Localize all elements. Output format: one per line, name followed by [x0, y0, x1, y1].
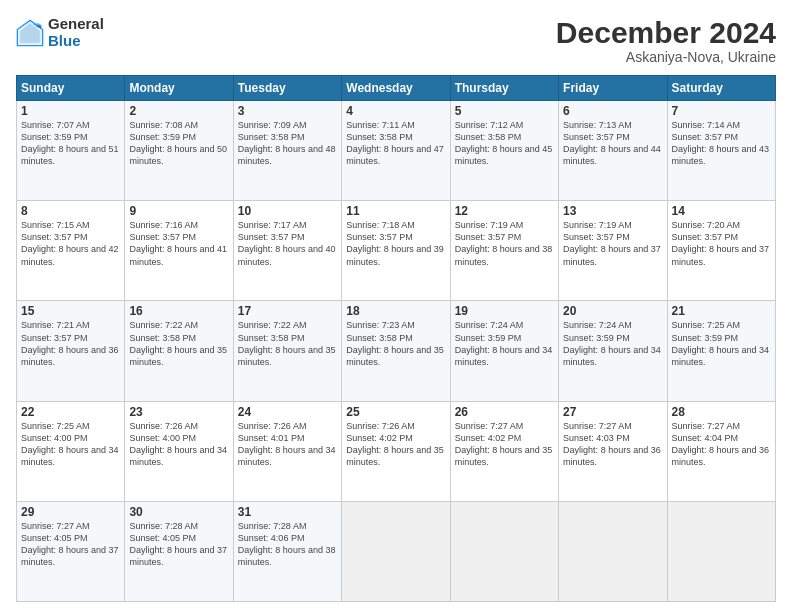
- day-number: 18: [346, 304, 445, 318]
- day-number: 16: [129, 304, 228, 318]
- day-number: 10: [238, 204, 337, 218]
- day-number: 19: [455, 304, 554, 318]
- day-cell: 21Sunrise: 7:25 AMSunset: 3:59 PMDayligh…: [667, 301, 775, 401]
- day-cell: 7Sunrise: 7:14 AMSunset: 3:57 PMDaylight…: [667, 101, 775, 201]
- day-cell: [450, 501, 558, 601]
- day-number: 8: [21, 204, 120, 218]
- day-number: 13: [563, 204, 662, 218]
- day-info: Sunrise: 7:21 AMSunset: 3:57 PMDaylight:…: [21, 320, 119, 366]
- day-cell: 11Sunrise: 7:18 AMSunset: 3:57 PMDayligh…: [342, 201, 450, 301]
- day-number: 14: [672, 204, 771, 218]
- day-cell: 22Sunrise: 7:25 AMSunset: 4:00 PMDayligh…: [17, 401, 125, 501]
- day-cell: 28Sunrise: 7:27 AMSunset: 4:04 PMDayligh…: [667, 401, 775, 501]
- day-number: 22: [21, 405, 120, 419]
- weekday-header-monday: Monday: [125, 76, 233, 101]
- subtitle: Askaniya-Nova, Ukraine: [556, 49, 776, 65]
- day-info: Sunrise: 7:24 AMSunset: 3:59 PMDaylight:…: [455, 320, 553, 366]
- day-info: Sunrise: 7:26 AMSunset: 4:02 PMDaylight:…: [346, 421, 444, 467]
- day-number: 12: [455, 204, 554, 218]
- day-number: 3: [238, 104, 337, 118]
- day-cell: 30Sunrise: 7:28 AMSunset: 4:05 PMDayligh…: [125, 501, 233, 601]
- weekday-header-wednesday: Wednesday: [342, 76, 450, 101]
- day-info: Sunrise: 7:08 AMSunset: 3:59 PMDaylight:…: [129, 120, 227, 166]
- day-info: Sunrise: 7:17 AMSunset: 3:57 PMDaylight:…: [238, 220, 336, 266]
- day-number: 6: [563, 104, 662, 118]
- title-block: December 2024 Askaniya-Nova, Ukraine: [556, 16, 776, 65]
- day-number: 7: [672, 104, 771, 118]
- day-info: Sunrise: 7:25 AMSunset: 3:59 PMDaylight:…: [672, 320, 770, 366]
- day-info: Sunrise: 7:26 AMSunset: 4:00 PMDaylight:…: [129, 421, 227, 467]
- day-info: Sunrise: 7:27 AMSunset: 4:02 PMDaylight:…: [455, 421, 553, 467]
- day-number: 15: [21, 304, 120, 318]
- day-cell: 8Sunrise: 7:15 AMSunset: 3:57 PMDaylight…: [17, 201, 125, 301]
- day-number: 11: [346, 204, 445, 218]
- day-cell: 18Sunrise: 7:23 AMSunset: 3:58 PMDayligh…: [342, 301, 450, 401]
- day-cell: [667, 501, 775, 601]
- logo-icon: [16, 19, 44, 47]
- day-number: 31: [238, 505, 337, 519]
- day-cell: 13Sunrise: 7:19 AMSunset: 3:57 PMDayligh…: [559, 201, 667, 301]
- day-number: 5: [455, 104, 554, 118]
- logo-general: General: [48, 16, 104, 33]
- week-row-2: 8Sunrise: 7:15 AMSunset: 3:57 PMDaylight…: [17, 201, 776, 301]
- day-cell: 10Sunrise: 7:17 AMSunset: 3:57 PMDayligh…: [233, 201, 341, 301]
- day-info: Sunrise: 7:23 AMSunset: 3:58 PMDaylight:…: [346, 320, 444, 366]
- day-info: Sunrise: 7:22 AMSunset: 3:58 PMDaylight:…: [238, 320, 336, 366]
- weekday-header-friday: Friday: [559, 76, 667, 101]
- day-info: Sunrise: 7:15 AMSunset: 3:57 PMDaylight:…: [21, 220, 119, 266]
- day-number: 30: [129, 505, 228, 519]
- day-cell: 3Sunrise: 7:09 AMSunset: 3:58 PMDaylight…: [233, 101, 341, 201]
- day-cell: 27Sunrise: 7:27 AMSunset: 4:03 PMDayligh…: [559, 401, 667, 501]
- logo: General Blue: [16, 16, 104, 49]
- day-info: Sunrise: 7:19 AMSunset: 3:57 PMDaylight:…: [563, 220, 661, 266]
- logo-text: General Blue: [48, 16, 104, 49]
- day-info: Sunrise: 7:26 AMSunset: 4:01 PMDaylight:…: [238, 421, 336, 467]
- day-info: Sunrise: 7:20 AMSunset: 3:57 PMDaylight:…: [672, 220, 770, 266]
- day-number: 28: [672, 405, 771, 419]
- day-cell: 23Sunrise: 7:26 AMSunset: 4:00 PMDayligh…: [125, 401, 233, 501]
- day-info: Sunrise: 7:19 AMSunset: 3:57 PMDaylight:…: [455, 220, 553, 266]
- week-row-1: 1Sunrise: 7:07 AMSunset: 3:59 PMDaylight…: [17, 101, 776, 201]
- day-info: Sunrise: 7:24 AMSunset: 3:59 PMDaylight:…: [563, 320, 661, 366]
- day-cell: 14Sunrise: 7:20 AMSunset: 3:57 PMDayligh…: [667, 201, 775, 301]
- week-row-4: 22Sunrise: 7:25 AMSunset: 4:00 PMDayligh…: [17, 401, 776, 501]
- day-number: 23: [129, 405, 228, 419]
- day-cell: 16Sunrise: 7:22 AMSunset: 3:58 PMDayligh…: [125, 301, 233, 401]
- day-number: 27: [563, 405, 662, 419]
- day-cell: 19Sunrise: 7:24 AMSunset: 3:59 PMDayligh…: [450, 301, 558, 401]
- day-cell: 9Sunrise: 7:16 AMSunset: 3:57 PMDaylight…: [125, 201, 233, 301]
- day-cell: [342, 501, 450, 601]
- calendar-table: SundayMondayTuesdayWednesdayThursdayFrid…: [16, 75, 776, 602]
- day-info: Sunrise: 7:27 AMSunset: 4:04 PMDaylight:…: [672, 421, 770, 467]
- weekday-header-thursday: Thursday: [450, 76, 558, 101]
- day-cell: 26Sunrise: 7:27 AMSunset: 4:02 PMDayligh…: [450, 401, 558, 501]
- day-number: 29: [21, 505, 120, 519]
- day-info: Sunrise: 7:22 AMSunset: 3:58 PMDaylight:…: [129, 320, 227, 366]
- day-number: 9: [129, 204, 228, 218]
- day-info: Sunrise: 7:28 AMSunset: 4:05 PMDaylight:…: [129, 521, 227, 567]
- day-number: 1: [21, 104, 120, 118]
- day-cell: 20Sunrise: 7:24 AMSunset: 3:59 PMDayligh…: [559, 301, 667, 401]
- day-info: Sunrise: 7:16 AMSunset: 3:57 PMDaylight:…: [129, 220, 227, 266]
- day-info: Sunrise: 7:13 AMSunset: 3:57 PMDaylight:…: [563, 120, 661, 166]
- day-cell: 6Sunrise: 7:13 AMSunset: 3:57 PMDaylight…: [559, 101, 667, 201]
- month-title: December 2024: [556, 16, 776, 49]
- weekday-header-row: SundayMondayTuesdayWednesdayThursdayFrid…: [17, 76, 776, 101]
- day-number: 21: [672, 304, 771, 318]
- weekday-header-sunday: Sunday: [17, 76, 125, 101]
- day-cell: [559, 501, 667, 601]
- day-info: Sunrise: 7:11 AMSunset: 3:58 PMDaylight:…: [346, 120, 444, 166]
- day-cell: 24Sunrise: 7:26 AMSunset: 4:01 PMDayligh…: [233, 401, 341, 501]
- day-cell: 17Sunrise: 7:22 AMSunset: 3:58 PMDayligh…: [233, 301, 341, 401]
- day-cell: 4Sunrise: 7:11 AMSunset: 3:58 PMDaylight…: [342, 101, 450, 201]
- day-info: Sunrise: 7:27 AMSunset: 4:03 PMDaylight:…: [563, 421, 661, 467]
- weekday-header-tuesday: Tuesday: [233, 76, 341, 101]
- day-info: Sunrise: 7:09 AMSunset: 3:58 PMDaylight:…: [238, 120, 336, 166]
- day-cell: 12Sunrise: 7:19 AMSunset: 3:57 PMDayligh…: [450, 201, 558, 301]
- week-row-3: 15Sunrise: 7:21 AMSunset: 3:57 PMDayligh…: [17, 301, 776, 401]
- weekday-header-saturday: Saturday: [667, 76, 775, 101]
- day-cell: 2Sunrise: 7:08 AMSunset: 3:59 PMDaylight…: [125, 101, 233, 201]
- day-cell: 5Sunrise: 7:12 AMSunset: 3:58 PMDaylight…: [450, 101, 558, 201]
- day-number: 24: [238, 405, 337, 419]
- day-cell: 29Sunrise: 7:27 AMSunset: 4:05 PMDayligh…: [17, 501, 125, 601]
